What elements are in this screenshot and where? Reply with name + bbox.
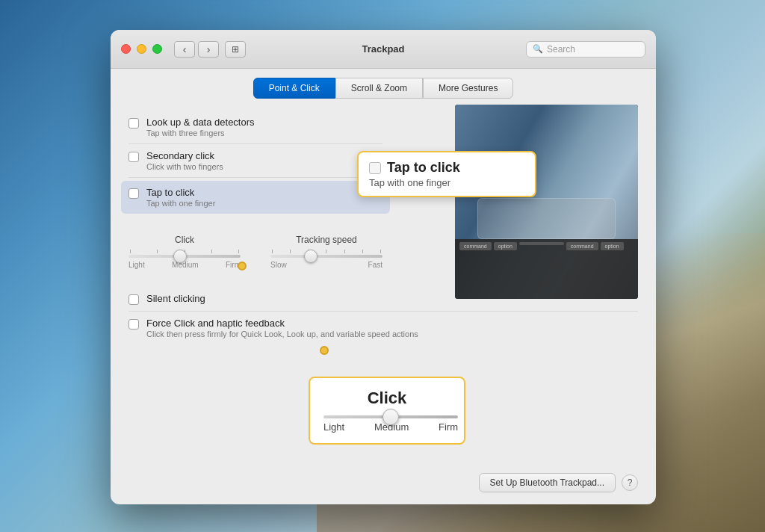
- click-tooltip-slider: Light Medium Firm: [323, 415, 458, 433]
- tracking-slider-labels: Slow Fast: [270, 261, 382, 269]
- setting-label-silent: Silent clicking: [146, 293, 205, 304]
- sliders-section: Click Light Medium Firm: [128, 220, 382, 281]
- minimize-button[interactable]: [137, 44, 146, 54]
- click-slider-title: Click: [128, 235, 241, 245]
- tick: [157, 250, 158, 253]
- tracking-slider-track[interactable]: [270, 255, 382, 258]
- tick: [380, 250, 381, 253]
- click-tooltip-title: Click: [323, 389, 450, 408]
- yellow-dot-tap: [238, 262, 247, 270]
- click-slider-track[interactable]: [128, 255, 241, 258]
- click-tooltip-firm: Firm: [439, 421, 458, 433]
- setting-label-secondary: Secondary click: [146, 150, 223, 161]
- tab-more-gestures[interactable]: More Gestures: [423, 78, 513, 99]
- click-slider-labels: Light Medium Firm: [128, 261, 241, 269]
- back-button[interactable]: ‹: [174, 41, 195, 58]
- setting-desc-secondary: Click with two fingers: [146, 162, 223, 171]
- setting-label-lookup: Look up & data detectors: [146, 117, 255, 128]
- setting-desc-tap: Tap with one finger: [146, 199, 215, 208]
- setting-text-lookup: Look up & data detectors Tap with three …: [146, 117, 255, 137]
- tracking-slider-thumb[interactable]: [304, 250, 318, 263]
- tick: [362, 250, 363, 253]
- grid-button[interactable]: ⊞: [225, 41, 246, 58]
- traffic-lights: [121, 44, 162, 54]
- preview-image: command option command option: [455, 105, 638, 299]
- yellow-dot-click: [320, 346, 329, 355]
- tick: [326, 250, 326, 253]
- setting-desc-force: Click then press firmly for Quick Look, …: [146, 330, 418, 338]
- checkbox-secondary[interactable]: [128, 152, 139, 162]
- click-tooltip-track: [323, 415, 458, 418]
- bluetooth-setup-button[interactable]: Set Up Bluetooth Trackpad...: [479, 473, 616, 492]
- search-placeholder: Search: [547, 44, 575, 55]
- setting-text-force: Force Click and haptic feedback Click th…: [146, 318, 418, 338]
- click-tooltip-light: Light: [323, 421, 344, 433]
- checkbox-silent[interactable]: [128, 294, 139, 305]
- checkbox-force[interactable]: [128, 319, 139, 330]
- tooltip-desc-tap: Tap with one finger: [369, 177, 524, 188]
- tracking-slider-title: Tracking speed: [270, 235, 382, 245]
- checkbox-tap-to-click[interactable]: [128, 188, 139, 199]
- setting-row-tap-to-click: Tap to click Tap with one finger: [121, 181, 390, 214]
- tab-point-click[interactable]: Point & Click: [253, 78, 335, 99]
- window-title: Trackpad: [362, 43, 404, 55]
- setting-label-force: Force Click and haptic feedback: [146, 318, 418, 329]
- tick: [344, 250, 345, 253]
- click-label-light: Light: [128, 261, 145, 269]
- tick: [130, 250, 131, 253]
- setting-desc-lookup: Tap with three fingers: [146, 129, 255, 137]
- tracking-label-slow: Slow: [270, 261, 287, 269]
- search-box[interactable]: 🔍 Search: [526, 41, 645, 58]
- tick: [238, 250, 239, 253]
- setting-text-secondary: Secondary click Click with two fingers: [146, 150, 223, 171]
- tooltip-label-tap: Tap to click: [387, 160, 460, 176]
- setting-text-tap: Tap to click Tap with one finger: [146, 187, 215, 208]
- trackpad-window: ‹ › ⊞ Trackpad 🔍 Search Point & Click Sc…: [111, 30, 656, 504]
- titlebar: ‹ › ⊞ Trackpad 🔍 Search: [111, 30, 656, 69]
- setting-row-secondary: Secondary click Click with two fingers: [128, 144, 382, 178]
- tooltip-checkbox: [369, 162, 381, 174]
- nav-buttons: ‹ › ⊞: [174, 41, 246, 58]
- tap-to-click-tooltip: Tap to click Tap with one finger: [357, 151, 536, 197]
- tick: [290, 250, 291, 253]
- maximize-button[interactable]: [152, 44, 162, 54]
- close-button[interactable]: [121, 44, 131, 54]
- click-tooltip: Click Light Medium Firm: [309, 377, 465, 445]
- settings-list: Look up & data detectors Tap with three …: [128, 111, 382, 214]
- setting-row-lookup: Look up & data detectors Tap with three …: [128, 111, 382, 144]
- click-slider-thumb[interactable]: [173, 250, 187, 263]
- forward-button[interactable]: ›: [198, 41, 219, 58]
- preview-area: command option command option: [455, 105, 638, 299]
- tooltip-title-tap: Tap to click: [369, 160, 524, 176]
- tab-bar: Point & Click Scroll & Zoom More Gesture…: [111, 69, 656, 99]
- tab-scroll-zoom[interactable]: Scroll & Zoom: [335, 78, 423, 99]
- tick: [211, 250, 212, 253]
- setting-row-force: Force Click and haptic feedback Click th…: [128, 312, 638, 344]
- tracking-label-fast: Fast: [368, 261, 382, 269]
- checkbox-lookup[interactable]: [128, 118, 139, 129]
- help-button[interactable]: ?: [622, 474, 638, 491]
- tick: [272, 250, 273, 253]
- tracking-slider-ticks: [270, 250, 382, 253]
- search-icon: 🔍: [533, 44, 543, 54]
- click-slider-group: Click Light Medium Firm: [128, 235, 241, 269]
- bottom-bar: Set Up Bluetooth Trackpad... ?: [479, 473, 638, 492]
- setting-label-tap: Tap to click: [146, 187, 215, 198]
- tracking-slider-group: Tracking speed Slow Fast: [270, 235, 382, 269]
